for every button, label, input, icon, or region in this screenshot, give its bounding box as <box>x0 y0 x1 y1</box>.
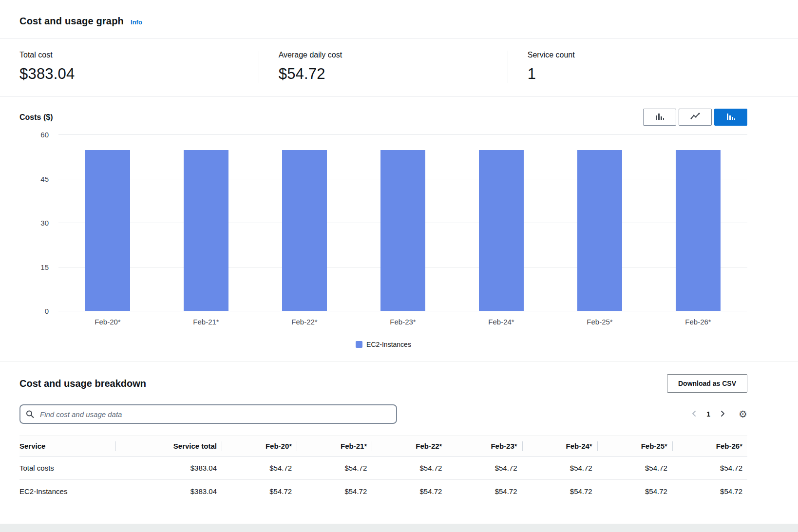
x-axis-labels: Feb-20*Feb-21*Feb-22*Feb-23*Feb-24*Feb-2… <box>58 318 747 326</box>
breakdown-title: Cost and usage breakdown <box>19 378 146 389</box>
y-axis-tick-label: 15 <box>40 263 49 271</box>
stat-service-count: Service count 1 <box>508 51 798 83</box>
download-csv-button[interactable]: Download as CSV <box>667 374 747 393</box>
column-header: Service <box>19 436 115 456</box>
stacked-bar-chart-toggle-button[interactable] <box>714 109 747 126</box>
stat-label: Total cost <box>19 51 259 59</box>
stat-total-cost: Total cost $383.04 <box>0 51 259 83</box>
bar-chart-toggle-button[interactable] <box>643 109 676 126</box>
page-number[interactable]: 1 <box>706 410 710 418</box>
table-controls: 1 ⚙ <box>19 404 747 424</box>
x-axis-label: Feb-25* <box>551 318 649 326</box>
stat-value: 1 <box>528 65 798 83</box>
bar-chart-icon <box>655 112 665 122</box>
y-axis-tick-label: 45 <box>40 174 49 183</box>
bar-slot <box>649 134 747 311</box>
chevron-left-icon <box>691 410 698 419</box>
y-axis-tick-label: 60 <box>40 131 49 139</box>
previous-page-button[interactable] <box>690 409 699 420</box>
value-cell: $54.72 <box>522 456 597 479</box>
chart-bar-feb-20[interactable] <box>85 150 130 311</box>
x-axis-label: Feb-22* <box>255 318 354 326</box>
value-cell: $54.72 <box>672 456 747 479</box>
table-header-row: ServiceService totalFeb-20*Feb-21*Feb-22… <box>19 436 747 456</box>
x-axis-label: Feb-24* <box>452 318 551 326</box>
chart-bar-feb-24[interactable] <box>479 150 524 311</box>
table-body: Total costs$383.04$54.72$54.72$54.72$54.… <box>19 456 747 503</box>
line-chart-toggle-button[interactable] <box>679 109 712 126</box>
value-cell: $54.72 <box>372 456 447 479</box>
page-title: Cost and usage graph <box>19 16 124 27</box>
pagination: 1 ⚙ <box>690 409 747 420</box>
column-header: Feb-20* <box>222 436 297 456</box>
value-cell: $54.72 <box>222 480 297 503</box>
stat-label: Service count <box>528 51 798 59</box>
chart-bar-feb-23[interactable] <box>380 150 425 311</box>
legend-label: EC2-Instances <box>366 341 411 348</box>
next-page-button[interactable] <box>718 409 727 420</box>
legend-item[interactable]: EC2-Instances <box>356 341 411 348</box>
value-cell: $54.72 <box>447 480 522 503</box>
service-cell: Total costs <box>19 456 115 479</box>
column-header: Service total <box>115 436 222 456</box>
search-input[interactable] <box>19 404 397 424</box>
value-cell: $54.72 <box>597 480 672 503</box>
value-cell: $54.72 <box>222 456 297 479</box>
chart-type-toggle-group <box>643 109 747 126</box>
value-cell: $54.72 <box>447 456 522 479</box>
breakdown-header: Cost and usage breakdown Download as CSV <box>19 374 747 393</box>
stat-average-daily-cost: Average daily cost $54.72 <box>259 51 508 83</box>
chart-bar-feb-22[interactable] <box>282 150 327 311</box>
value-cell: $54.72 <box>597 456 672 479</box>
bar-slot <box>551 134 649 311</box>
bar-slot <box>157 134 255 311</box>
bar-slot <box>58 134 157 311</box>
value-cell: $54.72 <box>672 480 747 503</box>
value-cell: $383.04 <box>115 480 222 503</box>
value-cell: $54.72 <box>522 480 597 503</box>
breakdown-section: Cost and usage breakdown Download as CSV <box>0 361 798 524</box>
chart-bar-feb-26[interactable] <box>676 150 721 311</box>
table-row: EC2-Instances$383.04$54.72$54.72$54.72$5… <box>19 480 747 503</box>
cost-explorer-panel: Cost and usage graph Info Total cost $38… <box>0 0 798 524</box>
chart-section: Costs ($) <box>0 97 798 361</box>
stat-label: Average daily cost <box>279 51 508 59</box>
column-header: Feb-22* <box>372 436 447 456</box>
line-chart-icon <box>690 112 700 122</box>
service-cell: EC2-Instances <box>19 480 115 503</box>
bar-slot <box>255 134 354 311</box>
column-header: Feb-25* <box>597 436 672 456</box>
stat-value: $54.72 <box>279 65 508 83</box>
table-spacer <box>19 503 747 524</box>
graph-header: Cost and usage graph Info <box>0 0 798 39</box>
value-cell: $383.04 <box>115 456 222 479</box>
gridline <box>58 311 747 311</box>
column-header: Feb-23* <box>447 436 522 456</box>
value-cell: $54.72 <box>297 456 372 479</box>
value-cell: $54.72 <box>372 480 447 503</box>
chart-plot: 015304560 <box>58 134 747 311</box>
bar-slot <box>354 134 452 311</box>
chart-bar-feb-25[interactable] <box>577 150 622 311</box>
chart-bar-feb-21[interactable] <box>184 150 228 311</box>
x-axis-label: Feb-21* <box>157 318 255 326</box>
y-axis-tick-label: 0 <box>45 307 49 315</box>
bar-slot <box>452 134 551 311</box>
column-header: Feb-26* <box>672 436 747 456</box>
chart-legend: EC2-Instances <box>19 341 747 348</box>
info-link[interactable]: Info <box>131 19 142 26</box>
stat-value: $383.04 <box>19 65 259 83</box>
settings-gear-icon[interactable]: ⚙ <box>739 409 747 419</box>
cost-usage-chart: 015304560 Feb-20*Feb-21*Feb-22*Feb-23*Fe… <box>19 134 747 348</box>
x-axis-label: Feb-26* <box>649 318 747 326</box>
column-header: Feb-24* <box>522 436 597 456</box>
legend-swatch <box>356 341 362 348</box>
chart-bars <box>58 134 747 311</box>
x-axis-label: Feb-20* <box>58 318 157 326</box>
summary-stats: Total cost $383.04 Average daily cost $5… <box>0 39 798 97</box>
x-axis-label: Feb-23* <box>354 318 452 326</box>
table-row: Total costs$383.04$54.72$54.72$54.72$54.… <box>19 456 747 480</box>
y-axis-tick-label: 30 <box>40 219 49 227</box>
stacked-bar-chart-icon <box>726 112 736 122</box>
chart-axis-title: Costs ($) <box>19 113 53 122</box>
